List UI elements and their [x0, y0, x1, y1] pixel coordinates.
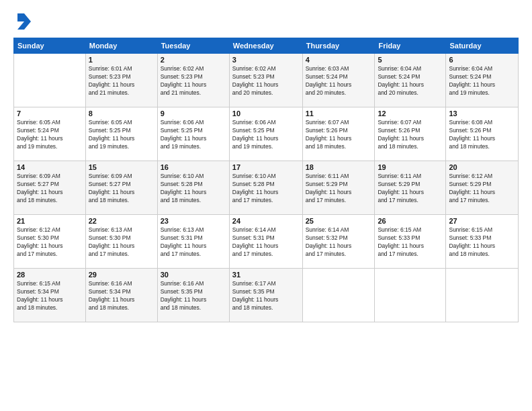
day-info: Sunrise: 6:14 AMSunset: 5:32 PMDaylight:… [306, 226, 372, 259]
week-row-5: 28Sunrise: 6:15 AMSunset: 5:34 PMDayligh… [14, 269, 519, 322]
week-row-1: 1Sunrise: 6:01 AMSunset: 5:23 PMDaylight… [14, 54, 519, 107]
day-info: Sunrise: 6:06 AMSunset: 5:25 PMDaylight:… [161, 119, 226, 151]
day-info: Sunrise: 6:04 AMSunset: 5:24 PMDaylight:… [378, 65, 443, 97]
day-number: 6 [449, 56, 515, 64]
week-row-2: 7Sunrise: 6:05 AMSunset: 5:24 PMDaylight… [14, 107, 519, 161]
day-number: 27 [449, 217, 515, 225]
day-info: Sunrise: 6:11 AMSunset: 5:29 PMDaylight:… [378, 173, 443, 205]
calendar-cell: 29Sunrise: 6:16 AMSunset: 5:34 PMDayligh… [85, 269, 157, 322]
header [13, 12, 519, 31]
calendar-cell: 26Sunrise: 6:15 AMSunset: 5:33 PMDayligh… [375, 215, 446, 269]
day-number: 18 [306, 163, 372, 171]
calendar-cell: 15Sunrise: 6:09 AMSunset: 5:27 PMDayligh… [85, 161, 157, 215]
column-header-saturday: Saturday [446, 38, 519, 54]
column-header-sunday: Sunday [14, 38, 86, 54]
day-info: Sunrise: 6:16 AMSunset: 5:34 PMDaylight:… [89, 280, 154, 312]
calendar-cell: 31Sunrise: 6:17 AMSunset: 5:35 PMDayligh… [229, 269, 302, 322]
calendar-cell: 3Sunrise: 6:02 AMSunset: 5:23 PMDaylight… [229, 54, 302, 107]
day-info: Sunrise: 6:15 AMSunset: 5:34 PMDaylight:… [17, 280, 83, 312]
header-row: SundayMondayTuesdayWednesdayThursdayFrid… [14, 38, 519, 54]
calendar-cell: 23Sunrise: 6:13 AMSunset: 5:31 PMDayligh… [157, 215, 229, 269]
day-number: 20 [449, 163, 515, 171]
logo [13, 12, 35, 31]
day-number: 17 [232, 163, 300, 171]
day-number: 10 [232, 109, 300, 118]
calendar-cell: 7Sunrise: 6:05 AMSunset: 5:24 PMDaylight… [14, 107, 86, 161]
day-info: Sunrise: 6:08 AMSunset: 5:26 PMDaylight:… [449, 119, 515, 151]
calendar-cell: 5Sunrise: 6:04 AMSunset: 5:24 PMDaylight… [375, 54, 446, 107]
day-number: 21 [17, 217, 83, 225]
calendar-cell: 21Sunrise: 6:12 AMSunset: 5:30 PMDayligh… [14, 215, 86, 269]
calendar-cell: 17Sunrise: 6:10 AMSunset: 5:28 PMDayligh… [229, 161, 302, 215]
calendar-cell [302, 269, 375, 322]
day-info: Sunrise: 6:13 AMSunset: 5:30 PMDaylight:… [89, 226, 154, 259]
day-number: 12 [378, 109, 443, 118]
calendar-cell: 30Sunrise: 6:16 AMSunset: 5:35 PMDayligh… [157, 269, 229, 322]
column-header-thursday: Thursday [302, 38, 375, 54]
day-number: 30 [161, 271, 226, 279]
day-info: Sunrise: 6:07 AMSunset: 5:26 PMDaylight:… [378, 119, 443, 151]
day-info: Sunrise: 6:03 AMSunset: 5:24 PMDaylight:… [306, 65, 372, 97]
page: SundayMondayTuesdayWednesdayThursdayFrid… [0, 0, 532, 411]
calendar-cell: 28Sunrise: 6:15 AMSunset: 5:34 PMDayligh… [14, 269, 86, 322]
day-info: Sunrise: 6:14 AMSunset: 5:31 PMDaylight:… [232, 226, 300, 259]
calendar-cell: 10Sunrise: 6:06 AMSunset: 5:25 PMDayligh… [229, 107, 302, 161]
calendar-cell: 9Sunrise: 6:06 AMSunset: 5:25 PMDaylight… [157, 107, 229, 161]
day-number: 23 [161, 217, 226, 225]
calendar-cell: 8Sunrise: 6:05 AMSunset: 5:25 PMDaylight… [85, 107, 157, 161]
day-number: 22 [89, 217, 154, 225]
calendar-cell [446, 269, 519, 322]
calendar-cell: 27Sunrise: 6:15 AMSunset: 5:33 PMDayligh… [446, 215, 519, 269]
day-info: Sunrise: 6:07 AMSunset: 5:26 PMDaylight:… [306, 119, 372, 151]
day-info: Sunrise: 6:05 AMSunset: 5:24 PMDaylight:… [17, 119, 83, 151]
calendar-table: SundayMondayTuesdayWednesdayThursdayFrid… [13, 38, 519, 322]
day-number: 3 [232, 56, 300, 64]
day-number: 2 [161, 56, 226, 64]
column-header-friday: Friday [375, 38, 446, 54]
day-number: 11 [306, 109, 372, 118]
calendar-cell: 22Sunrise: 6:13 AMSunset: 5:30 PMDayligh… [85, 215, 157, 269]
day-number: 25 [306, 217, 372, 225]
day-number: 31 [232, 271, 300, 279]
svg-marker-1 [17, 13, 24, 21]
day-number: 5 [378, 56, 443, 64]
column-header-tuesday: Tuesday [157, 38, 229, 54]
calendar-cell: 12Sunrise: 6:07 AMSunset: 5:26 PMDayligh… [375, 107, 446, 161]
day-number: 13 [449, 109, 515, 118]
calendar-cell: 14Sunrise: 6:09 AMSunset: 5:27 PMDayligh… [14, 161, 86, 215]
calendar-cell: 19Sunrise: 6:11 AMSunset: 5:29 PMDayligh… [375, 161, 446, 215]
column-header-wednesday: Wednesday [229, 38, 302, 54]
day-info: Sunrise: 6:10 AMSunset: 5:28 PMDaylight:… [232, 173, 300, 205]
day-info: Sunrise: 6:16 AMSunset: 5:35 PMDaylight:… [161, 280, 226, 312]
day-info: Sunrise: 6:01 AMSunset: 5:23 PMDaylight:… [89, 65, 154, 97]
day-info: Sunrise: 6:15 AMSunset: 5:33 PMDaylight:… [378, 226, 443, 259]
calendar-cell: 11Sunrise: 6:07 AMSunset: 5:26 PMDayligh… [302, 107, 375, 161]
day-number: 24 [232, 217, 300, 225]
day-info: Sunrise: 6:02 AMSunset: 5:23 PMDaylight:… [232, 65, 300, 97]
week-row-4: 21Sunrise: 6:12 AMSunset: 5:30 PMDayligh… [14, 215, 519, 269]
calendar-cell: 25Sunrise: 6:14 AMSunset: 5:32 PMDayligh… [302, 215, 375, 269]
calendar-cell [375, 269, 446, 322]
logo-icon [13, 12, 32, 31]
day-info: Sunrise: 6:09 AMSunset: 5:27 PMDaylight:… [89, 173, 154, 205]
day-info: Sunrise: 6:11 AMSunset: 5:29 PMDaylight:… [306, 173, 372, 205]
day-number: 7 [17, 109, 83, 118]
day-info: Sunrise: 6:12 AMSunset: 5:29 PMDaylight:… [449, 173, 515, 205]
calendar-cell: 16Sunrise: 6:10 AMSunset: 5:28 PMDayligh… [157, 161, 229, 215]
day-info: Sunrise: 6:05 AMSunset: 5:25 PMDaylight:… [89, 119, 154, 151]
day-number: 16 [161, 163, 226, 171]
day-number: 29 [89, 271, 154, 279]
day-number: 15 [89, 163, 154, 171]
day-number: 1 [89, 56, 154, 64]
day-number: 4 [306, 56, 372, 64]
calendar-cell: 4Sunrise: 6:03 AMSunset: 5:24 PMDaylight… [302, 54, 375, 107]
calendar-cell: 2Sunrise: 6:02 AMSunset: 5:23 PMDaylight… [157, 54, 229, 107]
calendar-cell: 1Sunrise: 6:01 AMSunset: 5:23 PMDaylight… [85, 54, 157, 107]
day-number: 9 [161, 109, 226, 118]
day-number: 19 [378, 163, 443, 171]
day-info: Sunrise: 6:02 AMSunset: 5:23 PMDaylight:… [161, 65, 226, 97]
calendar-cell: 13Sunrise: 6:08 AMSunset: 5:26 PMDayligh… [446, 107, 519, 161]
day-info: Sunrise: 6:09 AMSunset: 5:27 PMDaylight:… [17, 173, 83, 205]
day-info: Sunrise: 6:06 AMSunset: 5:25 PMDaylight:… [232, 119, 300, 151]
day-info: Sunrise: 6:15 AMSunset: 5:33 PMDaylight:… [449, 226, 515, 259]
